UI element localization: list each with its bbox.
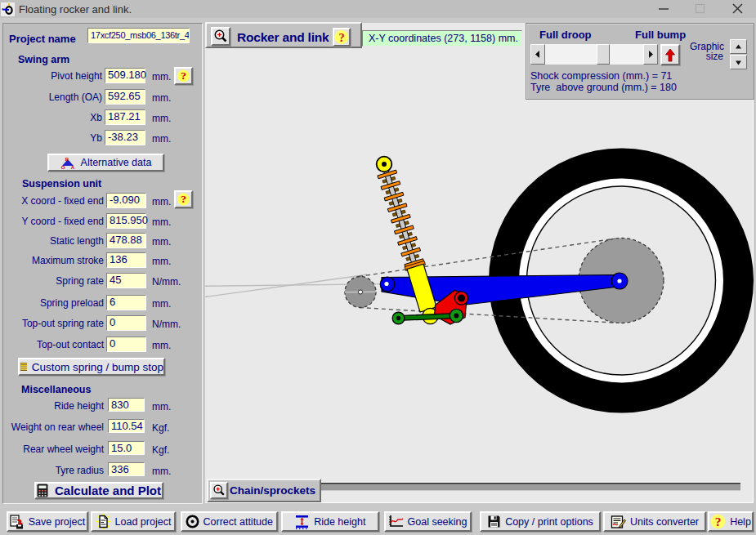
svg-text:?: ?	[181, 69, 186, 82]
svg-text:B: B	[65, 157, 69, 162]
svg-text:?: ?	[181, 193, 186, 205]
svg-text:?: ?	[338, 31, 344, 44]
svg-text:O: O	[60, 164, 65, 169]
svg-text:?: ?	[715, 515, 722, 528]
svg-text:A: A	[70, 164, 74, 169]
